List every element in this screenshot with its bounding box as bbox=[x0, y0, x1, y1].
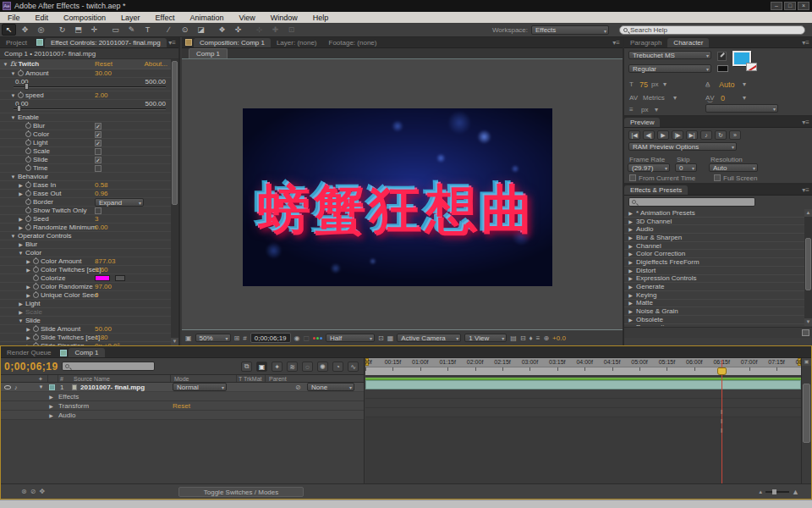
col-parent[interactable]: Parent bbox=[269, 376, 287, 382]
tab-layer[interactable]: Layer: (none) bbox=[271, 38, 323, 47]
black-color-swatch[interactable] bbox=[717, 65, 728, 72]
effect-property-row[interactable]: ▼speed2.00 bbox=[0, 91, 171, 100]
twirl-right-icon[interactable]: ▶ bbox=[18, 216, 24, 222]
effect-property-row[interactable]: ▶Color Randomize97.00 bbox=[0, 283, 171, 291]
effect-property-row[interactable]: ▶Randomize Minimum0.00 bbox=[0, 224, 171, 232]
leading-value[interactable]: Auto bbox=[719, 80, 735, 89]
font-style-dropdown[interactable]: Regular bbox=[628, 64, 711, 73]
show-channel-icon[interactable] bbox=[313, 337, 322, 340]
stopwatch-icon[interactable] bbox=[18, 70, 24, 76]
layer-duration-bar[interactable] bbox=[365, 380, 801, 389]
twirl-down-icon[interactable]: ▼ bbox=[38, 384, 44, 389]
stopwatch-icon[interactable] bbox=[25, 165, 31, 171]
effect-property-row[interactable]: ▶Scale bbox=[0, 308, 171, 317]
property-value[interactable]: 0.00 bbox=[95, 224, 108, 231]
effects-scrollbar[interactable]: ▲ ▼ bbox=[804, 209, 812, 326]
camera-dropdown[interactable]: Active Camera bbox=[397, 334, 461, 342]
effects-category[interactable]: ▶Expression Controls bbox=[624, 275, 804, 284]
effects-category[interactable]: ▶Blur & Sharpen bbox=[624, 234, 804, 242]
twirl-down-icon[interactable]: ▼ bbox=[3, 62, 8, 67]
tab-effects-presets[interactable]: Effects & Presets bbox=[624, 185, 688, 195]
property-value[interactable]: 9.60 bbox=[95, 266, 108, 273]
effects-category[interactable]: ▶Distort bbox=[624, 267, 804, 275]
property-value[interactable]: 0.96 bbox=[95, 190, 108, 197]
effect-property-row[interactable]: ▼Slide bbox=[0, 317, 171, 325]
stopwatch-icon[interactable] bbox=[25, 123, 31, 129]
first-frame-icon[interactable]: |◀ bbox=[628, 130, 640, 140]
composition-mini-flowchart-icon[interactable]: ⧉ bbox=[241, 362, 252, 372]
stopwatch-icon[interactable] bbox=[25, 207, 31, 213]
parent-pickwhip-icon[interactable]: ⊘ bbox=[295, 384, 301, 391]
composition-canvas-area[interactable]: 螃蟹狂想曲 bbox=[182, 59, 623, 330]
timeline-timecode[interactable]: 0;00;06;19 bbox=[4, 361, 58, 373]
slider-handle-icon[interactable] bbox=[17, 105, 21, 112]
effects-category[interactable]: ▶Obsolete bbox=[624, 316, 804, 324]
brush-tool[interactable]: ∕ bbox=[162, 24, 176, 36]
scroll-up-icon[interactable]: ▲ bbox=[804, 209, 812, 217]
stopwatch-icon[interactable] bbox=[25, 140, 31, 146]
twirl-right-icon[interactable]: ▶ bbox=[48, 403, 54, 409]
layer-row[interactable]: ♪▼120101007- final.mpgNormal⊘None bbox=[1, 383, 364, 392]
tab-paragraph[interactable]: Paragraph bbox=[624, 38, 667, 47]
menu-edit[interactable]: Edit bbox=[28, 14, 57, 22]
stroke-style-dropdown[interactable] bbox=[705, 104, 778, 113]
tab-character[interactable]: Character bbox=[667, 38, 709, 47]
property-value[interactable]: 0 bbox=[95, 291, 98, 299]
mask-shape-tool[interactable]: ▭ bbox=[108, 24, 123, 36]
previous-frame-icon[interactable]: ◀| bbox=[643, 130, 655, 140]
loop-icon[interactable]: ↻ bbox=[715, 130, 727, 140]
effects-category[interactable]: ▶Generate bbox=[624, 283, 804, 291]
effect-property-row[interactable]: ▶Unique Color Seed0 bbox=[0, 291, 171, 300]
effect-property-row[interactable]: ▼Operator Controls bbox=[0, 232, 171, 240]
effect-property-row[interactable]: ▶Seed3 bbox=[0, 215, 171, 224]
layer-property-row[interactable]: ▶TransformReset bbox=[1, 401, 364, 411]
eraser-tool[interactable]: ◪ bbox=[194, 24, 208, 36]
menu-composition[interactable]: Composition bbox=[56, 14, 113, 22]
effect-property-row[interactable]: ▶Slide Twitches [sec]1.80 bbox=[0, 334, 171, 342]
effect-property-row[interactable]: ▶Color Twitches [sec]9.60 bbox=[0, 266, 171, 274]
tab-render-queue[interactable]: Render Queue bbox=[1, 348, 57, 357]
effect-property-row[interactable]: ▶Color Amount877.03 bbox=[0, 257, 171, 266]
blend-mode-dropdown[interactable]: Normal bbox=[173, 383, 227, 391]
stopwatch-icon[interactable] bbox=[25, 224, 31, 230]
twirl-right-icon[interactable]: ▶ bbox=[18, 301, 24, 306]
twirl-right-icon[interactable]: ▶ bbox=[628, 324, 634, 326]
menu-file[interactable]: File bbox=[0, 14, 28, 22]
twirl-down-icon[interactable]: ▼ bbox=[10, 71, 16, 76]
tracking-value[interactable]: 0 bbox=[721, 94, 725, 102]
layer-name[interactable]: 20101007- final.mpg bbox=[80, 384, 145, 391]
motion-blur-icon[interactable]: ◌ bbox=[302, 362, 313, 372]
layer-color-swatch[interactable] bbox=[49, 384, 55, 390]
layer-property-row[interactable]: ▶Effects bbox=[1, 392, 364, 401]
col-mode[interactable]: Mode bbox=[174, 376, 189, 382]
panel-menu-icon[interactable]: ▾≡ bbox=[168, 39, 176, 47]
effects-category[interactable]: ▶Audio bbox=[624, 225, 804, 234]
stopwatch-icon[interactable] bbox=[25, 148, 31, 154]
stopwatch-icon[interactable] bbox=[33, 258, 39, 264]
stopwatch-icon[interactable] bbox=[33, 292, 39, 298]
menu-animation[interactable]: Animation bbox=[182, 14, 231, 22]
stopwatch-icon[interactable] bbox=[33, 275, 39, 281]
tab-footage[interactable]: Footage: (none) bbox=[323, 38, 383, 47]
stroke-color-swatch[interactable] bbox=[746, 63, 757, 71]
effect-slider[interactable]: 0.00500.00 bbox=[0, 78, 171, 91]
clone-stamp-tool[interactable]: ⊙ bbox=[178, 24, 192, 36]
maximize-button[interactable]: □ bbox=[784, 2, 796, 10]
effect-property-row[interactable]: Show Twitch Only bbox=[0, 207, 171, 215]
comp-breadcrumb-button[interactable]: Comp 1 bbox=[189, 48, 228, 58]
effect-controls-scrollbar[interactable]: ▼ bbox=[171, 59, 178, 345]
stopwatch-icon[interactable] bbox=[25, 157, 31, 163]
leading-dropdown-icon[interactable]: ▾ bbox=[743, 80, 746, 88]
property-checkbox[interactable]: ✓ bbox=[95, 131, 102, 138]
effects-category[interactable]: ▶Digieffects FreeForm bbox=[624, 258, 804, 267]
graph-editor-icon[interactable]: ∿ bbox=[348, 362, 359, 372]
tab-timeline-comp[interactable]: Comp 1 bbox=[69, 348, 104, 357]
property-checkbox[interactable]: ✓ bbox=[95, 157, 102, 163]
property-checkbox[interactable] bbox=[95, 148, 102, 155]
twirl-right-icon[interactable]: ▶ bbox=[628, 243, 634, 249]
scroll-down-icon[interactable]: ▼ bbox=[171, 338, 178, 345]
transparency-grid-icon[interactable]: ▦ bbox=[387, 334, 394, 342]
panel-menu-icon[interactable]: ▾≡ bbox=[802, 119, 809, 126]
play-icon[interactable]: ▶ bbox=[657, 130, 669, 140]
effect-property-row[interactable]: ▶Ease In0.58 bbox=[0, 181, 171, 190]
